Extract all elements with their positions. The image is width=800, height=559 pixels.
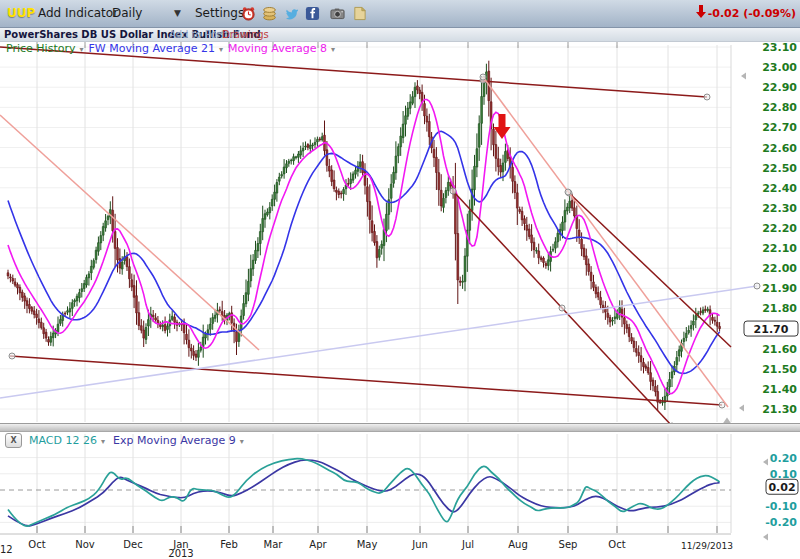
- price-axis-label: 22.70: [762, 121, 797, 134]
- macd-legend-item[interactable]: MACD 12 26: [29, 434, 97, 447]
- alarm-clock-icon[interactable]: [241, 6, 256, 21]
- macd-pane-header: XMACD 12 26▾Exp Moving Average 9▾: [5, 433, 248, 449]
- close-macd-button[interactable]: X: [5, 433, 22, 448]
- price-axis-label: 21.40: [762, 383, 797, 396]
- macd-current-value: 0.02: [768, 481, 795, 494]
- price-history-legend-item[interactable]: Price History: [6, 42, 75, 55]
- price-axis-label: 21.90: [762, 282, 797, 295]
- price-axis-label: 22.60: [762, 142, 797, 155]
- macd-pane[interactable]: [0, 459, 731, 526]
- month-axis-label: Dec: [123, 539, 142, 550]
- trendline-handle[interactable]: [704, 94, 710, 100]
- trendline-handle[interactable]: [480, 74, 486, 80]
- add-indicator-button[interactable]: Add Indicator: [38, 0, 118, 27]
- macd-axis-label: 0.20: [770, 452, 797, 465]
- trendline-handle[interactable]: [754, 283, 760, 289]
- overlays-and-axes: 23.1023.0022.9022.8022.7022.6022.5022.40…: [0, 41, 798, 559]
- month-axis-label: Nov: [75, 539, 95, 550]
- month-axis-label: Feb: [220, 539, 238, 550]
- drawings-button[interactable]: Drawings: [222, 28, 269, 41]
- month-axis-label: Oct: [608, 539, 625, 550]
- trendline-handle[interactable]: [565, 189, 571, 195]
- ma8-legend-item[interactable]: Moving Average 8: [228, 42, 327, 55]
- note-icon[interactable]: [352, 6, 367, 21]
- symbol-label: UUP: [7, 0, 35, 27]
- price-axis-label: 23.00: [762, 61, 797, 74]
- symbol-info-bar: PowerShares DB US Dollar Index Bullish F…: [0, 28, 800, 42]
- macd-signal-line[interactable]: [8, 460, 720, 526]
- macd-signal-legend-item[interactable]: Exp Moving Average 9: [113, 434, 236, 447]
- current-price-value: 21.70: [754, 323, 789, 336]
- month-axis-label: Sep: [559, 539, 578, 550]
- timeframe-select[interactable]: Daily: [112, 0, 142, 27]
- axis-marker-icon[interactable]: [763, 459, 768, 466]
- chevron-down-icon[interactable]: ▾: [219, 45, 223, 54]
- price-axis-label: 22.30: [762, 202, 797, 215]
- month-axis-label: Jul: [461, 539, 474, 550]
- price-axis-label: 22.80: [762, 101, 797, 114]
- coins-icon[interactable]: [262, 6, 277, 21]
- camera-icon[interactable]: [330, 6, 345, 21]
- macd-axis-label: -0.10: [765, 500, 797, 513]
- trendline-handle[interactable]: [450, 188, 456, 194]
- price-axis-label: 22.90: [762, 81, 797, 94]
- price-axis-label: 21.60: [762, 343, 797, 356]
- price-change-text: -0.02 (-0.09%): [708, 7, 796, 20]
- month-axis-label: Oct: [28, 539, 45, 550]
- trendline-handle[interactable]: [9, 353, 15, 359]
- pane-divider[interactable]: [0, 423, 800, 432]
- price-axis-label: 22.10: [762, 242, 797, 255]
- chevron-down-icon[interactable]: ▾: [240, 437, 244, 446]
- july-peak-downtrend-trendline[interactable]: [480, 74, 728, 407]
- month-axis-label: Mar: [264, 539, 284, 550]
- down-candles: [7, 71, 720, 403]
- start-year-label: 12: [0, 544, 13, 555]
- month-axis-label: Jun: [411, 539, 428, 550]
- price-axis-label: 22.40: [762, 182, 797, 195]
- chevron-down-icon[interactable]: ▾: [79, 45, 83, 54]
- price-axis-label: 22.00: [762, 262, 797, 275]
- main-toolbar: UUP Add Indicator Daily ▼ Settings: [0, 0, 800, 28]
- ma21-legend-item[interactable]: FW Moving Average 21: [88, 42, 215, 55]
- facebook-icon[interactable]: [305, 6, 320, 21]
- price-axis-label: 22.50: [762, 162, 797, 175]
- month-axis-label: Aug: [508, 539, 528, 550]
- chevron-down-icon[interactable]: ▾: [331, 45, 335, 54]
- macd-line[interactable]: [8, 459, 720, 526]
- macd-axis-label: -0.20: [765, 516, 797, 529]
- up-candles: [50, 72, 709, 403]
- indicator-legend: Price History▾FW Moving Average 21▾Movin…: [6, 42, 340, 56]
- timeframe-dropdown-icon[interactable]: ▼: [174, 0, 181, 27]
- axis-marker-icon[interactable]: [741, 73, 746, 80]
- price-change-indicator: -0.02 (-0.09%): [696, 0, 796, 27]
- axis-marker-icon[interactable]: [739, 405, 744, 412]
- price-axis-label: 22.20: [762, 222, 797, 235]
- month-axis-label: May: [357, 539, 378, 550]
- year-axis-label: 2013: [168, 548, 193, 559]
- settings-button[interactable]: Settings: [195, 0, 244, 27]
- last-date-label: 11/29/2013: [681, 541, 733, 551]
- trendline-handle[interactable]: [559, 305, 565, 311]
- price-axis-label: 21.30: [762, 403, 797, 416]
- price-axis-label: 23.10: [762, 41, 797, 54]
- grid-lines: [0, 41, 731, 534]
- chevron-down-icon[interactable]: ▾: [101, 437, 105, 446]
- trading-app-window: 23.1023.0022.9022.8022.7022.6022.5022.40…: [0, 0, 800, 559]
- month-axis-label: Apr: [309, 539, 327, 550]
- price-chart-canvas[interactable]: 23.1023.0022.9022.8022.7022.6022.5022.40…: [0, 0, 800, 559]
- axis-marker-icon[interactable]: [763, 534, 768, 541]
- down-arrow-icon: [696, 5, 706, 19]
- price-axis-label: 21.50: [762, 363, 797, 376]
- price-axis-label: 21.80: [762, 302, 797, 315]
- twitter-icon[interactable]: [284, 6, 299, 21]
